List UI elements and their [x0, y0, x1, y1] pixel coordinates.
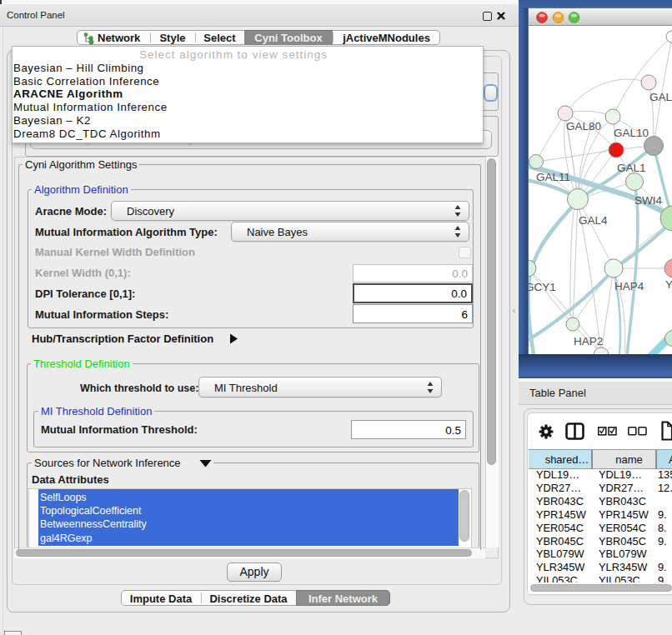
svg-text:GAL80: GAL80 [566, 120, 601, 132]
svg-text:GAL: GAL [649, 91, 672, 103]
svg-text:SWI4: SWI4 [634, 194, 662, 207]
svg-text:HAP2: HAP2 [574, 335, 603, 348]
svg-text:GCY1: GCY1 [529, 281, 556, 293]
svg-text:Y: Y [665, 278, 672, 291]
svg-text:HAP4: HAP4 [614, 280, 644, 292]
svg-text:GAL10: GAL10 [614, 127, 649, 139]
svg-text:GAL1: GAL1 [617, 162, 646, 174]
svg-text:GAL4: GAL4 [579, 214, 608, 227]
svg-text:GAL11: GAL11 [536, 171, 570, 183]
